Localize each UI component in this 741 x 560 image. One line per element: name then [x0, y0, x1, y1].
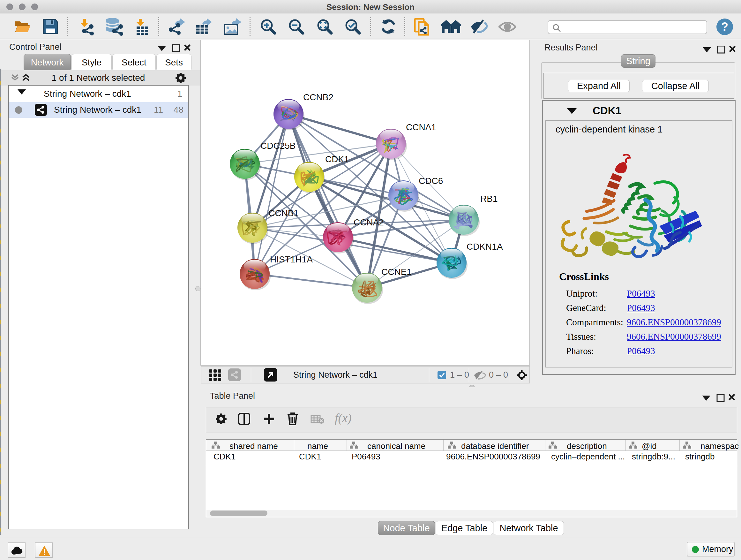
svg-text:CCNB2: CCNB2: [303, 92, 333, 102]
svg-text:RB1: RB1: [480, 194, 497, 204]
svg-text:CCNA1: CCNA1: [406, 122, 436, 132]
svg-text:CDK1: CDK1: [325, 154, 349, 164]
svg-text:CDC25B: CDC25B: [260, 141, 295, 151]
svg-text:CDC6: CDC6: [419, 176, 443, 186]
svg-text:CCNA2: CCNA2: [354, 217, 384, 227]
svg-text:CCNE1: CCNE1: [381, 267, 412, 277]
svg-text:CCNB1: CCNB1: [268, 208, 299, 218]
svg-text:HIST1H1A: HIST1H1A: [270, 254, 313, 264]
svg-text:CDKN1A: CDKN1A: [467, 242, 503, 252]
